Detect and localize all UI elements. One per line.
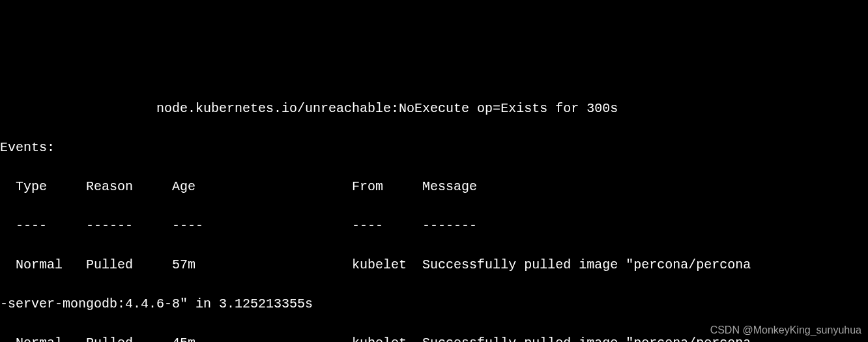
terminal-output: node.kubernetes.io/unreachable:NoExecute… — [0, 78, 868, 342]
toleration-line: node.kubernetes.io/unreachable:NoExecute… — [0, 99, 868, 119]
event-row: Normal Pulled 57m kubelet Successfully p… — [0, 255, 868, 275]
events-header: Events: — [0, 138, 868, 158]
columns-header: Type Reason Age From Message — [0, 177, 868, 197]
columns-divider: ---- ------ ---- ---- ------- — [0, 216, 868, 236]
watermark-text: CSDN @MonkeyKing_sunyuhua — [710, 322, 861, 338]
event-row-continuation: -server-mongodb:4.4.6-8" in 3.125213355s — [0, 294, 868, 314]
